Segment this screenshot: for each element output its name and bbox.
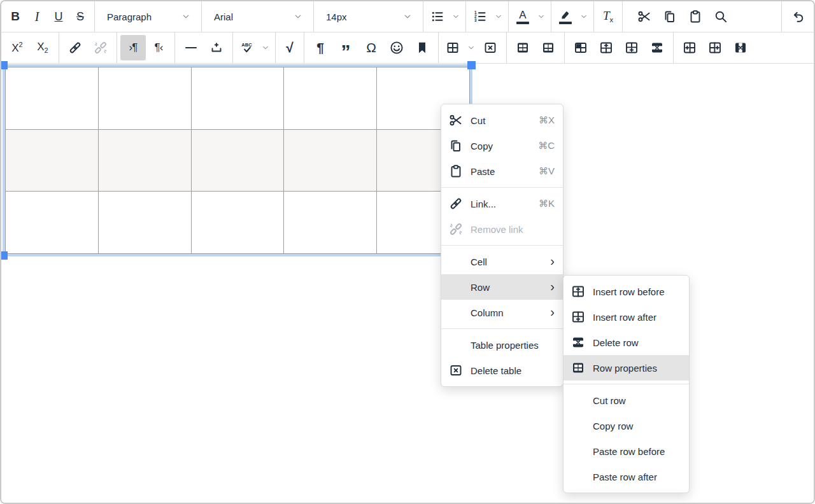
group-table-insert (439, 32, 507, 63)
subscript-button[interactable]: X2 (30, 35, 55, 60)
anchor-button[interactable] (409, 35, 435, 60)
superscript-button[interactable]: X2 (4, 35, 30, 60)
delete-table-button[interactable] (478, 35, 503, 60)
block-format-dropdown[interactable]: Paragraph (98, 4, 198, 29)
highlight-color-button[interactable] (555, 4, 576, 29)
delete-row-button[interactable] (644, 35, 670, 60)
menu-item-remove-link[interactable]: Remove link (441, 216, 563, 242)
delete-column-button[interactable] (728, 35, 753, 60)
table-cell[interactable] (6, 67, 99, 130)
ltr-direction-button[interactable]: ›¶ (120, 35, 146, 60)
insert-column-after-button[interactable] (702, 35, 728, 60)
group-undo (782, 1, 814, 32)
pilcrow-icon: ¶ (316, 40, 324, 55)
menu-item-column[interactable]: Column › (441, 300, 563, 325)
insert-column-before-button[interactable] (677, 35, 702, 60)
blockquote-button[interactable]: ” (333, 35, 358, 60)
bold-button[interactable]: B (4, 4, 26, 29)
toolbar-row-2: X2 X2 ›¶ ¶‹ √ ¶ ” Ω (1, 32, 814, 64)
bullet-list-menu-button[interactable] (448, 4, 462, 29)
menu-item-link[interactable]: Link... ⌘K (441, 191, 563, 216)
table-cell[interactable] (284, 67, 377, 130)
menu-item-row[interactable]: Row › (441, 274, 563, 300)
menu-item-insert-row-after[interactable]: Insert row after (563, 304, 689, 330)
group-link (59, 32, 117, 63)
text-color-button[interactable]: A (512, 4, 534, 29)
menu-item-label: Row (471, 282, 550, 293)
menu-item-delete-table[interactable]: Delete table (441, 358, 563, 383)
highlight-color-menu-button[interactable] (576, 4, 590, 29)
insert-row-before-button[interactable] (593, 35, 619, 60)
table-cell[interactable] (6, 129, 99, 192)
search-button[interactable] (708, 4, 734, 29)
table-cell[interactable] (284, 129, 377, 192)
table-cell[interactable] (98, 129, 191, 192)
italic-button[interactable]: I (26, 4, 48, 29)
menu-item-delete-row[interactable]: Delete row (563, 330, 689, 355)
spellcheck-button[interactable] (236, 35, 258, 60)
horizontal-rule-button[interactable] (178, 35, 204, 60)
clearfmt-t: T (603, 9, 610, 22)
table-cell[interactable] (98, 67, 191, 130)
table-resize-handle-top-right[interactable] (467, 61, 476, 69)
table-resize-handle-bottom-left[interactable] (0, 251, 8, 260)
font-family-dropdown[interactable]: Arial (205, 4, 310, 29)
menu-item-row-properties[interactable]: Row properties (563, 355, 689, 381)
table-row (6, 192, 470, 254)
table-cell[interactable] (191, 192, 284, 254)
menu-item-paste-row-before[interactable]: Paste row before (563, 438, 689, 464)
cut-button[interactable] (632, 4, 657, 29)
copy-button[interactable] (657, 4, 683, 29)
menu-item-paste-row-after[interactable]: Paste row after (563, 464, 689, 489)
rtl-direction-button[interactable]: ¶‹ (146, 35, 171, 60)
menu-item-insert-row-before[interactable]: Insert row before (563, 279, 689, 304)
table-resize-handle-top-left[interactable] (0, 61, 8, 69)
row-properties-button[interactable] (510, 35, 535, 60)
group-block-format: Paragraph (95, 1, 202, 32)
nonbreaking-space-button[interactable] (204, 35, 229, 60)
menu-item-label: Remove link (471, 224, 555, 235)
insert-link-button[interactable] (62, 35, 88, 60)
table-cell[interactable] (191, 129, 284, 192)
menu-item-copy-row[interactable]: Copy row (563, 413, 689, 438)
menu-separator (563, 384, 689, 384)
group-direction: ›¶ ¶‹ (117, 32, 175, 63)
cell-properties-button[interactable] (535, 35, 561, 60)
clear-formatting-button[interactable]: Tx (597, 4, 619, 29)
strikethrough-button[interactable]: S (69, 4, 91, 29)
editor-canvas[interactable] (1, 64, 814, 503)
insert-table-button[interactable] (442, 35, 464, 60)
menu-item-paste[interactable]: Paste ⌘V (441, 158, 563, 184)
group-highlight-color (551, 1, 594, 32)
paragraph-marks-button[interactable]: ¶ (308, 35, 333, 60)
sup-base: X (11, 42, 18, 54)
menu-item-cut-row[interactable]: Cut row (563, 388, 689, 413)
menu-item-copy[interactable]: Copy ⌘C (441, 133, 563, 158)
menu-item-table-properties[interactable]: Table properties (441, 332, 563, 358)
menu-item-cut[interactable]: Cut ⌘X (441, 108, 563, 133)
selected-table[interactable] (5, 67, 470, 254)
insert-table-menu-button[interactable] (464, 35, 478, 60)
font-size-dropdown[interactable]: 14px (317, 4, 420, 29)
numbered-list-button[interactable] (469, 4, 491, 29)
undo-button[interactable] (785, 4, 811, 29)
emoji-button[interactable] (384, 35, 409, 60)
underline-button[interactable]: U (48, 4, 69, 29)
smiley-icon (389, 40, 404, 55)
paste-button[interactable] (683, 4, 708, 29)
highlight-color-icon (559, 10, 572, 24)
menu-item-cell[interactable]: Cell › (441, 249, 563, 274)
numbered-list-menu-button[interactable] (491, 4, 505, 29)
merge-cells-button[interactable] (568, 35, 593, 60)
table-cell[interactable] (191, 67, 284, 130)
table-cell[interactable] (284, 192, 377, 254)
spellcheck-menu-button[interactable] (258, 35, 272, 60)
table-cell[interactable] (6, 192, 99, 254)
special-character-button[interactable]: Ω (358, 35, 384, 60)
bullet-list-button[interactable] (427, 4, 448, 29)
equation-button[interactable]: √ (279, 35, 301, 60)
text-color-menu-button[interactable] (534, 4, 548, 29)
remove-link-button[interactable] (88, 35, 113, 60)
insert-row-after-button[interactable] (619, 35, 644, 60)
table-cell[interactable] (98, 192, 191, 254)
